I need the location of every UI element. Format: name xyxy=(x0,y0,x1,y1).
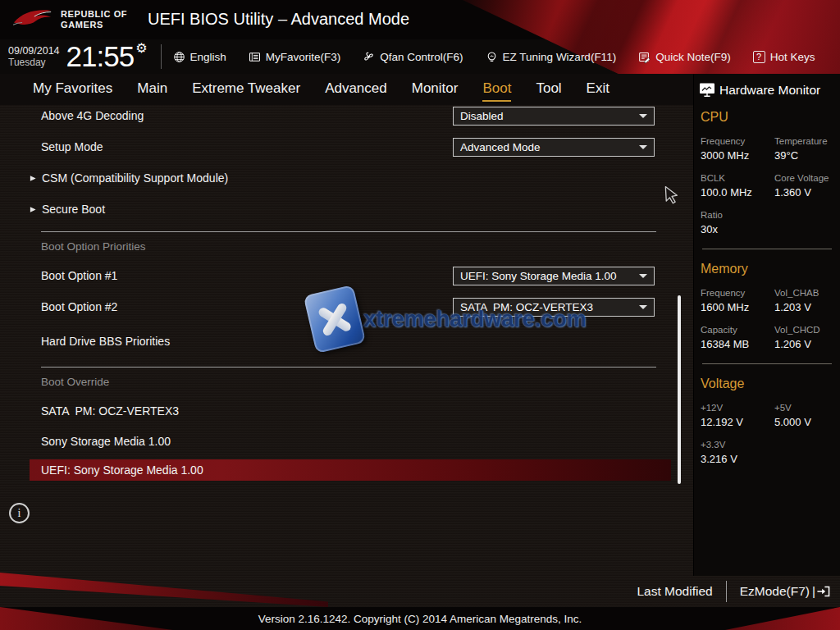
ezmode-label: EzMode(F7) xyxy=(740,584,810,599)
stat-capacity: Capacity16384 MB xyxy=(701,325,774,350)
globe-icon xyxy=(173,51,185,63)
chevron-down-icon xyxy=(639,145,647,149)
sidebar-divider xyxy=(702,249,832,249)
stat-frequency: Frequency1600 MHz xyxy=(701,288,774,313)
tab-advanced[interactable]: Advanced xyxy=(325,78,387,102)
chevron-down-icon xyxy=(639,274,647,278)
toolbar-english[interactable]: English xyxy=(173,51,226,63)
toolbar-items: EnglishMyFavorite(F3)Qfan Control(F6)EZ … xyxy=(173,51,815,63)
brand-text: REPUBLIC OF GAMERS xyxy=(61,9,127,30)
day-text: Tuesday xyxy=(8,57,60,68)
tab-monitor[interactable]: Monitor xyxy=(412,78,459,102)
brand-line-1: REPUBLIC OF xyxy=(61,9,127,19)
stat-3-3v: +3.3V3.216 V xyxy=(701,440,774,465)
option-sata-pm-ocz-vertex3[interactable]: SATA PM: OCZ-VERTEX3 xyxy=(30,395,687,426)
monitor-group-voltage: Voltage+12V12.192 V+5V5.000 V+3.3V3.216 … xyxy=(699,377,835,465)
lightbulb-icon xyxy=(486,51,498,63)
fan-icon xyxy=(363,51,375,63)
exit-arrow-icon xyxy=(816,586,830,597)
boot-settings-panel: Above 4G DecodingDisabledSetup ModeAdvan… xyxy=(30,100,687,481)
clock-time: 21:55 xyxy=(66,42,135,71)
section-label-boot-override: Boot Override xyxy=(30,368,687,395)
tab-tool[interactable]: Tool xyxy=(536,78,561,102)
hardware-monitor-header: Hardware Monitor xyxy=(699,82,835,98)
stat-core-voltage: Core Voltage1.360 V xyxy=(774,173,835,199)
date-text: 09/09/2014 xyxy=(8,45,60,57)
stat-temperature: Temperature39°C xyxy=(774,136,835,162)
tab-extreme-tweaker[interactable]: Extreme Tweaker xyxy=(192,78,300,102)
last-modified-button[interactable]: Last Modified xyxy=(637,584,712,599)
title-bar: REPUBLIC OF GAMERS UEFI BIOS Utility – A… xyxy=(0,0,840,74)
monitor-group-memory: MemoryFrequency1600 MHzVol_CHAB1.203 VCa… xyxy=(699,262,835,350)
hardware-monitor-icon xyxy=(699,82,715,98)
option-uefi-sony-storage-media-1-00[interactable]: UEFI: Sony Storage Media 1.00 xyxy=(30,459,671,481)
toolbar-hot-keys[interactable]: ?Hot Keys xyxy=(753,51,815,63)
tab-exit[interactable]: Exit xyxy=(587,78,609,102)
footer-actions: Last Modified EzMode(F7) | xyxy=(637,578,830,605)
scrollbar[interactable] xyxy=(678,295,681,484)
ezmode-pipe: | xyxy=(812,584,815,599)
stat-ratio: Ratio30x xyxy=(701,210,774,235)
version-text: Version 2.16.1242. Copyright (C) 2014 Am… xyxy=(258,613,582,625)
ezmode-button[interactable]: EzMode(F7) | xyxy=(740,584,830,599)
monitor-group-cpu: CPUFrequency3000 MHzTemperature39°CBCLK1… xyxy=(699,110,835,235)
stat-frequency: Frequency3000 MHz xyxy=(701,136,774,162)
dropdown-setup-mode[interactable]: Advanced Mode xyxy=(453,138,655,157)
stat-vol-chcd: Vol_CHCD1.206 V xyxy=(774,325,835,350)
option-sony-storage-media-1-00[interactable]: Sony Storage Media 1.00 xyxy=(30,426,687,456)
note-icon xyxy=(638,51,651,63)
section-label-boot-option-priorities: Boot Option Priorities xyxy=(30,232,687,260)
rog-logo-icon xyxy=(11,7,54,27)
dropdown-boot-option-2[interactable]: SATA PM: OCZ-VERTEX3 xyxy=(453,298,655,317)
gear-icon[interactable]: ⚙ xyxy=(135,40,147,56)
dropdown-boot-option-1[interactable]: UEFI: Sony Storage Media 1.00 xyxy=(453,267,655,285)
decor-bottom-left xyxy=(0,563,328,607)
toolbar-ez-tuning-wizard-f11[interactable]: EZ Tuning Wizard(F11) xyxy=(486,51,617,63)
stat-12v: +12V12.192 V xyxy=(701,403,774,428)
bios-screen: REPUBLIC OF GAMERS UEFI BIOS Utility – A… xyxy=(0,0,840,630)
dropdown-above-4g-decoding[interactable]: Disabled xyxy=(453,107,655,126)
hardware-monitor-panel: Hardware Monitor CPUFrequency3000 MHzTem… xyxy=(693,74,840,576)
toolbar-divider xyxy=(161,44,162,69)
version-bar: Version 2.16.1242. Copyright (C) 2014 Am… xyxy=(0,607,840,630)
stat-bclk: BCLK100.0 MHz xyxy=(701,173,774,199)
group-title-cpu: CPU xyxy=(701,110,835,125)
sidebar-groups: CPUFrequency3000 MHzTemperature39°CBCLK1… xyxy=(699,110,835,465)
tab-my-favorites[interactable]: My Favorites xyxy=(33,78,112,102)
submenu-arrow-icon xyxy=(30,206,37,213)
stat-vol-chab: Vol_CHAB1.203 V xyxy=(774,288,835,313)
toolbar-myfavorite-f3[interactable]: MyFavorite(F3) xyxy=(249,51,341,63)
date-block: 09/09/2014 Tuesday xyxy=(8,45,60,68)
setting-setup-mode: Setup ModeAdvanced Mode xyxy=(30,131,687,162)
submenu-csm-compatibility-support-module[interactable]: CSM (Compatibility Support Module) xyxy=(30,162,687,194)
submenu-secure-boot[interactable]: Secure Boot xyxy=(30,194,687,225)
info-icon[interactable]: i xyxy=(9,503,30,523)
footer-divider xyxy=(726,581,727,602)
chevron-down-icon xyxy=(639,114,647,118)
group-title-memory: Memory xyxy=(701,262,835,276)
sidebar-title: Hardware Monitor xyxy=(719,83,820,98)
toolbar: 09/09/2014 Tuesday 21:55 ⚙ EnglishMyFavo… xyxy=(0,39,840,74)
sidebar-divider xyxy=(702,363,832,364)
submenu-arrow-icon xyxy=(30,175,37,182)
group-title-voltage: Voltage xyxy=(701,377,835,391)
clock: 21:55 ⚙ xyxy=(66,42,148,71)
setting-above-4g-decoding: Above 4G DecodingDisabled xyxy=(30,100,687,131)
toolbar-qfan-control-f6[interactable]: Qfan Control(F6) xyxy=(363,51,463,63)
option-hard-drive-bbs-priorities[interactable]: Hard Drive BBS Priorities xyxy=(30,322,687,360)
chevron-down-icon xyxy=(639,305,647,309)
tab-main[interactable]: Main xyxy=(137,78,167,102)
setting-boot-option-1: Boot Option #1UEFI: Sony Storage Media 1… xyxy=(30,260,687,291)
stat-5v: +5V5.000 V xyxy=(774,403,835,428)
myfavorite-icon xyxy=(249,51,261,63)
setting-boot-option-2: Boot Option #2SATA PM: OCZ-VERTEX3 xyxy=(30,291,687,322)
page-title: UEFI BIOS Utility – Advanced Mode xyxy=(148,10,409,29)
tab-boot[interactable]: Boot xyxy=(482,78,511,102)
question-icon: ? xyxy=(753,51,765,63)
brand-line-2: GAMERS xyxy=(61,20,127,30)
toolbar-quick-note-f9[interactable]: Quick Note(F9) xyxy=(638,51,731,63)
